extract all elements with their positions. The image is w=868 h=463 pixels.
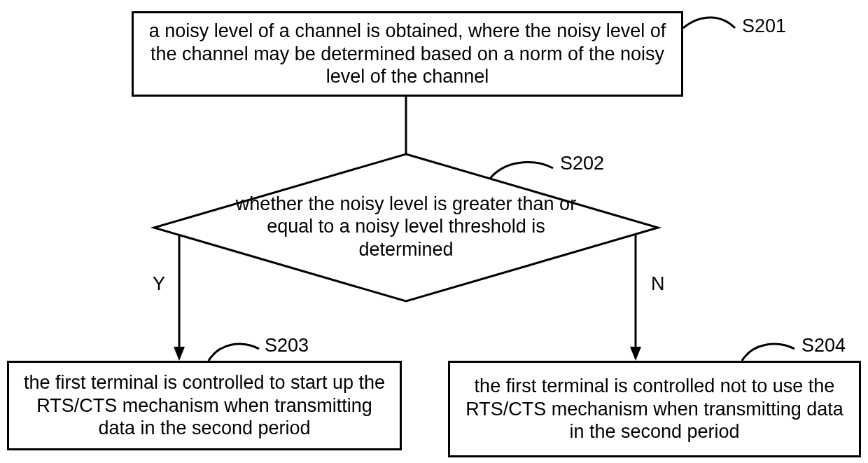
step-s202-text-inner: whether the noisy level is greater than … xyxy=(236,193,576,260)
svg-marker-3 xyxy=(630,347,641,361)
step-s204: the first terminal is controlled not to … xyxy=(448,361,861,457)
step-s203-text: the first terminal is controlled to star… xyxy=(16,371,393,439)
step-s202-ref: S202 xyxy=(560,153,604,174)
edge-label-yes: Y xyxy=(153,273,165,295)
step-s201-text: a noisy level of a channel is obtained, … xyxy=(141,20,674,88)
step-s202-text: whether the noisy level is greater than … xyxy=(217,193,595,261)
step-s204-ref: S204 xyxy=(802,335,846,357)
step-s203-ref: S203 xyxy=(265,335,309,357)
step-s201-ref: S201 xyxy=(742,15,786,37)
step-s201: a noisy level of a channel is obtained, … xyxy=(132,11,683,97)
step-s204-text: the first terminal is controlled not to … xyxy=(457,375,852,443)
edge-label-no: N xyxy=(651,273,665,295)
step-s203: the first terminal is controlled to star… xyxy=(7,361,402,450)
svg-marker-2 xyxy=(174,347,185,361)
